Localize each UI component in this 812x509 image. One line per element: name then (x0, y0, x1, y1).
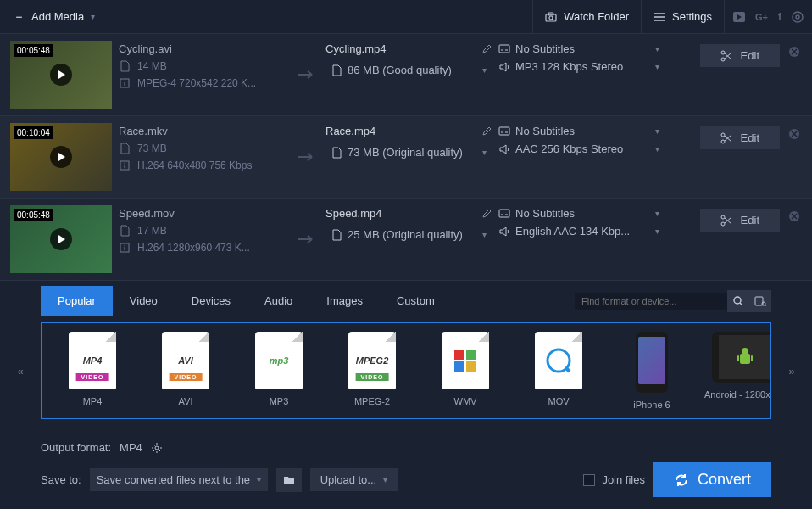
search-input[interactable] (581, 296, 720, 306)
format-mp4[interactable]: MP4VIDEO MP4 (50, 332, 135, 410)
tab-custom[interactable]: Custom (380, 286, 452, 316)
output-format-value: MP4 (120, 441, 142, 454)
save-to-dropdown[interactable]: Save converted files next to the o ▾ (90, 468, 268, 491)
svg-point-21 (734, 297, 741, 304)
carousel-next[interactable]: » (771, 328, 812, 413)
format-iphone6[interactable]: iPhone 6 (609, 332, 694, 410)
menu-icon (653, 12, 665, 22)
subtitles-dropdown[interactable]: No Subtitles ▾ (498, 125, 659, 137)
thumbnail[interactable]: 00:05:48 (10, 205, 112, 273)
subtitles-dropdown[interactable]: No Subtitles ▾ (498, 207, 659, 220)
camera-icon (545, 12, 557, 22)
svg-rect-12 (499, 127, 509, 135)
play-icon[interactable] (50, 228, 72, 250)
join-files-checkbox[interactable]: Join files (583, 473, 645, 486)
output-format: Output format: MP4 (41, 441, 771, 454)
convert-icon (674, 473, 689, 488)
output-quality-dropdown[interactable]: 86 MB (Good quality) ▾ (325, 60, 492, 80)
thumbnail[interactable]: 00:10:04 (10, 123, 112, 191)
source-size: 73 MB (119, 143, 288, 154)
source-filename: Race.mkv (119, 125, 288, 137)
chevron-down-icon: ▾ (655, 44, 659, 53)
chevron-down-icon: ▾ (655, 62, 659, 71)
svg-rect-32 (751, 355, 753, 361)
speaker-icon (498, 143, 510, 155)
file-icon (119, 60, 131, 72)
edit-button[interactable]: Edit (700, 209, 780, 232)
settings-button[interactable]: Settings (641, 0, 724, 33)
svg-rect-26 (454, 361, 464, 372)
rename-icon[interactable] (481, 44, 492, 54)
facebook-icon[interactable]: f (778, 11, 781, 23)
chevron-down-icon: ▾ (655, 209, 659, 218)
add-media-button[interactable]: ＋ Add Media ▾ (0, 0, 108, 33)
output-quality-dropdown[interactable]: 25 MB (Original quality) ▾ (325, 225, 492, 244)
file-row: 00:10:04 Race.mkv 73 MB H.264 640x480 75… (0, 116, 812, 199)
rename-icon[interactable] (481, 209, 492, 219)
search-button[interactable] (727, 290, 749, 312)
format-search[interactable] (575, 293, 727, 310)
tab-audio[interactable]: Audio (247, 286, 309, 316)
remove-button[interactable] (787, 126, 802, 142)
duration-badge: 00:05:48 (14, 209, 53, 221)
phone-icon (636, 332, 668, 393)
svg-rect-24 (454, 350, 464, 360)
chevron-down-icon: ▾ (482, 230, 487, 239)
subtitles-icon (498, 126, 510, 137)
svg-rect-31 (737, 355, 739, 361)
format-android[interactable]: Android - 1280x720 (703, 332, 771, 410)
format-carousel: « MP4VIDEO MP4 AVIVIDEO AVI mp3 MP3 MPEG… (0, 316, 812, 426)
svg-rect-17 (499, 210, 509, 217)
remove-button[interactable] (787, 209, 802, 224)
svg-rect-7 (499, 45, 509, 53)
edit-button[interactable]: Edit (700, 44, 780, 67)
support-icon[interactable] (792, 11, 804, 23)
windows-icon (442, 332, 489, 389)
svg-point-8 (721, 51, 725, 54)
format-wmv[interactable]: WMV (423, 332, 508, 410)
detect-device-button[interactable] (749, 290, 771, 312)
file-row: 00:05:48 Cycling.avi 14 MB MPEG-4 720x54… (0, 34, 812, 116)
rename-icon[interactable] (481, 126, 492, 137)
format-mov[interactable]: MOV (516, 332, 601, 410)
tab-video[interactable]: Video (113, 286, 175, 316)
gear-icon[interactable] (151, 442, 163, 454)
watch-folder-button[interactable]: Watch Folder (532, 0, 641, 33)
tab-images[interactable]: Images (309, 286, 380, 316)
source-size: 17 MB (119, 225, 288, 237)
source-filename: Speed.mov (119, 207, 288, 220)
chevron-down-icon: ▾ (482, 65, 487, 75)
browse-folder-button[interactable] (276, 468, 302, 492)
audio-dropdown[interactable]: English AAC 134 Kbp... ▾ (498, 225, 659, 238)
svg-point-14 (721, 140, 725, 143)
audio-dropdown[interactable]: AAC 256 Kbps Stereo ▾ (498, 143, 659, 155)
play-icon[interactable] (50, 146, 72, 168)
tab-devices[interactable]: Devices (175, 286, 247, 316)
thumbnail[interactable]: 00:05:48 (10, 41, 112, 109)
chevron-down-icon: ▾ (655, 126, 659, 136)
googleplus-icon[interactable]: G+ (755, 12, 768, 22)
play-icon[interactable] (50, 64, 72, 86)
carousel-prev[interactable]: « (0, 328, 41, 413)
arrow-icon (295, 205, 319, 273)
scissors-icon (720, 50, 732, 62)
tab-popular[interactable]: Popular (41, 286, 113, 316)
convert-button[interactable]: Convert (653, 462, 771, 497)
edit-button[interactable]: Edit (700, 126, 780, 149)
format-mp3[interactable]: mp3 MP3 (236, 332, 321, 410)
remove-button[interactable] (787, 44, 802, 59)
youtube-icon[interactable] (733, 12, 745, 22)
chevron-down-icon: ▾ (257, 475, 261, 484)
output-quality-dropdown[interactable]: 73 MB (Original quality) ▾ (325, 143, 492, 162)
svg-point-2 (549, 16, 553, 20)
audio-dropdown[interactable]: MP3 128 Kbps Stereo ▾ (498, 60, 659, 73)
svg-rect-25 (466, 350, 476, 360)
format-mpeg2[interactable]: MPEG2VIDEO MPEG-2 (330, 332, 414, 410)
subtitles-dropdown[interactable]: No Subtitles ▾ (498, 42, 659, 55)
svg-point-4 (793, 12, 803, 22)
subtitles-icon (498, 208, 510, 220)
upload-to-dropdown[interactable]: Upload to... ▾ (310, 468, 398, 491)
chevron-down-icon: ▾ (91, 12, 95, 21)
format-avi[interactable]: AVIVIDEO AVI (143, 332, 228, 410)
arrow-icon (295, 123, 319, 191)
